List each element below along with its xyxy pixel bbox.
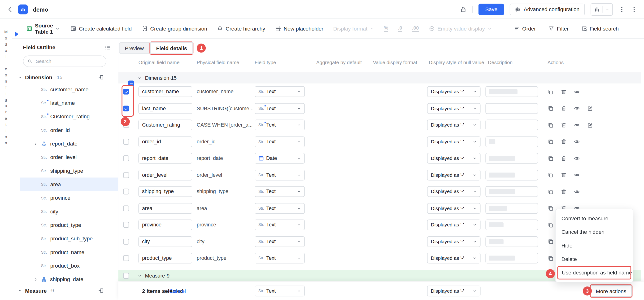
copy-icon[interactable]: [548, 172, 554, 178]
source-table-selector[interactable]: Source Table 1: [26, 23, 60, 35]
null-display-dropdown[interactable]: Displayed as '-': [427, 203, 481, 214]
original-field-name-input[interactable]: [138, 86, 192, 97]
sidebar-item-shipping-date[interactable]: shipping_date: [20, 272, 118, 286]
sidebar-item-product-box[interactable]: Str.product_box: [20, 259, 118, 272]
field-type-dropdown[interactable]: Str.Text: [254, 120, 305, 130]
field-type-dropdown[interactable]: Str.Text: [254, 186, 305, 197]
description-input[interactable]: [485, 253, 538, 263]
eye-icon[interactable]: [574, 155, 580, 161]
bulk-field-type-dropdown[interactable]: Str. Text: [254, 285, 305, 296]
order-button[interactable]: Order: [514, 26, 536, 32]
eye-icon[interactable]: [574, 189, 580, 195]
sidebar-item-product-sub-type[interactable]: Str.product_sub_type: [20, 232, 118, 245]
copy-icon[interactable]: [548, 139, 554, 145]
copy-icon[interactable]: [548, 155, 554, 161]
insert-icon[interactable]: [98, 288, 104, 293]
copy-icon[interactable]: [548, 255, 554, 261]
field-type-dropdown[interactable]: Str.Text: [254, 220, 305, 230]
cancel-selection-link[interactable]: Cancel: [169, 288, 186, 294]
sidebar-item-last-name[interactable]: Str.last_name: [20, 96, 118, 110]
create-group-dimension-button[interactable]: Create group dimension: [142, 26, 207, 32]
field-type-dropdown[interactable]: Str.Text: [254, 253, 305, 263]
field-type-dropdown[interactable]: Date: [254, 153, 305, 164]
trash-icon[interactable]: [560, 155, 567, 161]
filter-button[interactable]: Filter: [548, 26, 569, 32]
eye-icon[interactable]: [574, 89, 580, 95]
description-input[interactable]: [485, 186, 538, 197]
row-checkbox[interactable]: [123, 189, 129, 194]
field-type-dropdown[interactable]: Str.Text: [254, 236, 305, 247]
description-input[interactable]: [485, 153, 538, 164]
row-checkbox[interactable]: [123, 172, 129, 178]
field-type-dropdown[interactable]: Str.Text: [254, 86, 305, 97]
copy-icon[interactable]: [548, 189, 554, 195]
original-field-name-input[interactable]: [138, 220, 192, 230]
trash-icon[interactable]: [560, 122, 567, 128]
null-display-dropdown[interactable]: Displayed as '-': [427, 120, 481, 130]
sidebar-item-province[interactable]: Str.province: [20, 191, 118, 205]
null-display-dropdown[interactable]: Displayed as '-': [427, 153, 481, 164]
sidebar-item-order-id[interactable]: Str.order_id: [20, 123, 118, 137]
description-input[interactable]: [485, 103, 538, 114]
insert-icon[interactable]: [98, 74, 104, 80]
eye-icon[interactable]: [574, 122, 580, 128]
original-field-name-input[interactable]: [138, 153, 192, 164]
row-checkbox[interactable]: [123, 239, 129, 244]
description-input[interactable]: [485, 120, 538, 130]
edit-icon[interactable]: [587, 122, 593, 128]
sidebar-item-area[interactable]: Str.area: [20, 177, 118, 191]
sidebar-item-product-type[interactable]: Str.product_type: [20, 218, 118, 232]
copy-icon[interactable]: [548, 222, 554, 228]
chart-view-button[interactable]: [590, 3, 613, 15]
group-checkbox[interactable]: [123, 273, 129, 278]
original-field-name-input[interactable]: [138, 236, 192, 247]
description-input[interactable]: [485, 136, 538, 147]
description-input[interactable]: [485, 170, 538, 180]
trash-icon[interactable]: [560, 172, 567, 178]
null-display-dropdown[interactable]: Displayed as '-': [427, 253, 481, 263]
field-type-dropdown[interactable]: Str.Text: [254, 136, 305, 147]
original-field-name-input[interactable]: [138, 186, 192, 197]
edit-icon[interactable]: [587, 105, 593, 111]
window-menu-icon[interactable]: [631, 6, 638, 13]
sidebar-item-customer-rating[interactable]: Str.Customer_rating: [20, 110, 118, 123]
sidebar-item-product-name[interactable]: Str.product_name: [20, 245, 118, 259]
field-type-dropdown[interactable]: Str.Text: [254, 170, 305, 180]
measure-group-header[interactable]: Measure ·9: [12, 285, 118, 296]
copy-icon[interactable]: [548, 122, 554, 128]
eye-icon[interactable]: [574, 172, 580, 178]
more-actions-button[interactable]: More actions: [590, 285, 632, 297]
copy-icon[interactable]: [548, 205, 554, 211]
row-checkbox[interactable]: [123, 205, 129, 211]
description-input[interactable]: [485, 203, 538, 214]
sidebar-item-shipping-type[interactable]: Str.shipping_type: [20, 164, 118, 177]
search-input[interactable]: [35, 58, 102, 65]
sidebar-item-customer-name[interactable]: Str.customer_name: [20, 83, 118, 96]
null-display-dropdown[interactable]: Displayed as '-': [427, 86, 481, 97]
search-box[interactable]: [23, 56, 106, 67]
menu-item-cancel-the-hidden[interactable]: Cancel the hidden: [556, 225, 633, 239]
create-hierarchy-button[interactable]: Create hierarchy: [217, 26, 265, 32]
create-calculated-field-button[interactable]: Create calculated field: [70, 26, 132, 32]
lock-icon[interactable]: [460, 6, 467, 13]
field-type-dropdown[interactable]: Str.Text: [254, 203, 305, 214]
trash-icon[interactable]: [560, 105, 567, 111]
copy-icon[interactable]: [548, 238, 554, 245]
row-checkbox[interactable]: [123, 155, 129, 161]
bulk-null-display-dropdown[interactable]: Displayed as '-': [427, 285, 481, 296]
eye-icon[interactable]: [574, 105, 580, 111]
null-display-dropdown[interactable]: Displayed as '-': [427, 236, 481, 247]
tab-field-details[interactable]: Field details: [150, 42, 193, 54]
original-field-name-input[interactable]: [138, 103, 192, 114]
original-field-name-input[interactable]: [138, 170, 192, 180]
eye-icon[interactable]: [574, 139, 580, 145]
collapse-panel-arrow[interactable]: [15, 32, 18, 37]
field-search-button[interactable]: Field search: [581, 26, 618, 32]
row-checkbox[interactable]: [123, 255, 129, 261]
null-display-dropdown[interactable]: Displayed as '-': [427, 136, 481, 147]
save-button[interactable]: Save: [479, 4, 504, 15]
description-input[interactable]: [485, 220, 538, 230]
row-checkbox[interactable]: [123, 222, 129, 228]
null-display-dropdown[interactable]: Displayed as '-': [427, 186, 481, 197]
copy-icon[interactable]: [548, 105, 554, 111]
